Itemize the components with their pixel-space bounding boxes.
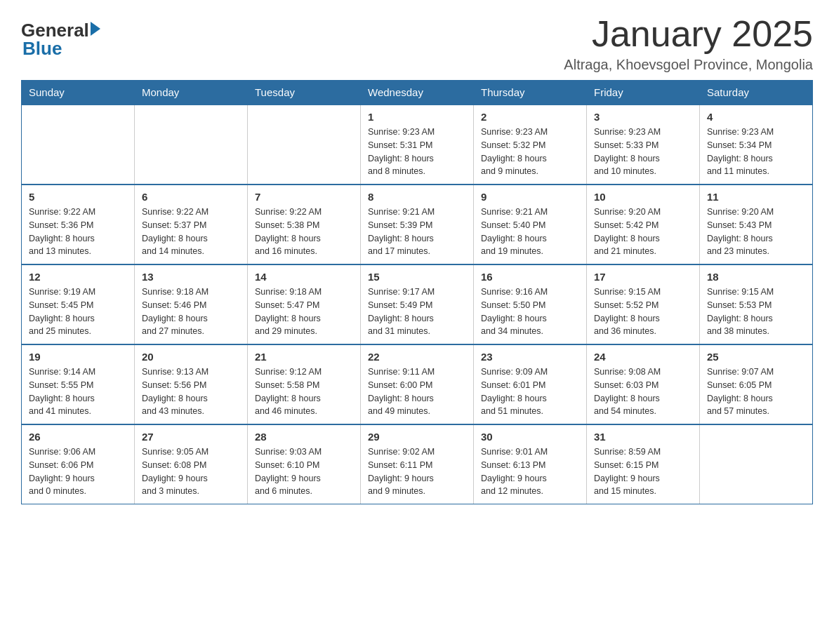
day-number: 29	[368, 431, 466, 443]
calendar-cell: 15Sunrise: 9:17 AM Sunset: 5:49 PM Dayli…	[361, 264, 474, 344]
day-info: Sunrise: 8:59 AM Sunset: 6:15 PM Dayligh…	[594, 445, 692, 498]
day-number: 27	[142, 431, 240, 443]
calendar-week-row: 19Sunrise: 9:14 AM Sunset: 5:55 PM Dayli…	[22, 344, 813, 424]
day-number: 19	[29, 351, 127, 363]
calendar-cell: 30Sunrise: 9:01 AM Sunset: 6:13 PM Dayli…	[474, 424, 587, 504]
calendar-cell: 8Sunrise: 9:21 AM Sunset: 5:39 PM Daylig…	[361, 185, 474, 264]
day-number: 18	[707, 271, 805, 283]
logo: General Blue	[21, 21, 100, 58]
day-number: 21	[255, 351, 353, 363]
calendar-cell: 6Sunrise: 9:22 AM Sunset: 5:37 PM Daylig…	[135, 185, 248, 264]
header-day-friday: Friday	[587, 81, 700, 105]
day-number: 10	[594, 191, 692, 203]
day-number: 28	[255, 431, 353, 443]
day-info: Sunrise: 9:19 AM Sunset: 5:45 PM Dayligh…	[29, 286, 127, 338]
day-number: 20	[142, 351, 240, 363]
day-number: 23	[481, 351, 579, 363]
calendar-cell: 3Sunrise: 9:23 AM Sunset: 5:33 PM Daylig…	[587, 105, 700, 185]
day-info: Sunrise: 9:07 AM Sunset: 6:05 PM Dayligh…	[707, 365, 805, 418]
day-info: Sunrise: 9:14 AM Sunset: 5:55 PM Dayligh…	[29, 365, 127, 418]
day-number: 25	[707, 351, 805, 363]
day-info: Sunrise: 9:08 AM Sunset: 6:03 PM Dayligh…	[594, 365, 692, 418]
calendar-cell: 2Sunrise: 9:23 AM Sunset: 5:32 PM Daylig…	[474, 105, 587, 185]
day-number: 3	[594, 111, 692, 123]
day-info: Sunrise: 9:23 AM Sunset: 5:31 PM Dayligh…	[368, 126, 466, 178]
calendar-table: SundayMondayTuesdayWednesdayThursdayFrid…	[21, 80, 813, 504]
day-info: Sunrise: 9:01 AM Sunset: 6:13 PM Dayligh…	[481, 445, 579, 498]
calendar-cell: 20Sunrise: 9:13 AM Sunset: 5:56 PM Dayli…	[135, 344, 248, 424]
day-info: Sunrise: 9:17 AM Sunset: 5:49 PM Dayligh…	[368, 286, 466, 338]
calendar-cell: 7Sunrise: 9:22 AM Sunset: 5:38 PM Daylig…	[248, 185, 361, 264]
header-day-wednesday: Wednesday	[361, 81, 474, 105]
calendar-cell: 23Sunrise: 9:09 AM Sunset: 6:01 PM Dayli…	[474, 344, 587, 424]
day-number: 31	[594, 431, 692, 443]
calendar-cell: 16Sunrise: 9:16 AM Sunset: 5:50 PM Dayli…	[474, 264, 587, 344]
calendar-cell: 31Sunrise: 8:59 AM Sunset: 6:15 PM Dayli…	[587, 424, 700, 504]
calendar-week-row: 26Sunrise: 9:06 AM Sunset: 6:06 PM Dayli…	[22, 424, 813, 504]
day-number: 22	[368, 351, 466, 363]
calendar-cell: 19Sunrise: 9:14 AM Sunset: 5:55 PM Dayli…	[22, 344, 135, 424]
calendar-cell: 21Sunrise: 9:12 AM Sunset: 5:58 PM Dayli…	[248, 344, 361, 424]
calendar-cell: 1Sunrise: 9:23 AM Sunset: 5:31 PM Daylig…	[361, 105, 474, 185]
day-info: Sunrise: 9:20 AM Sunset: 5:42 PM Dayligh…	[594, 206, 692, 258]
calendar-cell: 28Sunrise: 9:03 AM Sunset: 6:10 PM Dayli…	[248, 424, 361, 504]
calendar-cell: 27Sunrise: 9:05 AM Sunset: 6:08 PM Dayli…	[135, 424, 248, 504]
day-number: 8	[368, 191, 466, 203]
calendar-cell: 12Sunrise: 9:19 AM Sunset: 5:45 PM Dayli…	[22, 264, 135, 344]
day-number: 30	[481, 431, 579, 443]
calendar-header-row: SundayMondayTuesdayWednesdayThursdayFrid…	[22, 81, 813, 105]
calendar-cell: 9Sunrise: 9:21 AM Sunset: 5:40 PM Daylig…	[474, 185, 587, 264]
day-number: 24	[594, 351, 692, 363]
logo-blue-text: Blue	[22, 39, 100, 58]
day-info: Sunrise: 9:15 AM Sunset: 5:52 PM Dayligh…	[594, 286, 692, 338]
calendar-cell: 10Sunrise: 9:20 AM Sunset: 5:42 PM Dayli…	[587, 185, 700, 264]
day-number: 17	[594, 271, 692, 283]
calendar-cell	[248, 105, 361, 185]
day-number: 14	[255, 271, 353, 283]
day-number: 2	[481, 111, 579, 123]
calendar-cell: 26Sunrise: 9:06 AM Sunset: 6:06 PM Dayli…	[22, 424, 135, 504]
day-info: Sunrise: 9:23 AM Sunset: 5:34 PM Dayligh…	[707, 126, 805, 178]
title-section: January 2025 Altraga, Khoevsgoel Provinc…	[564, 14, 813, 73]
calendar-cell: 14Sunrise: 9:18 AM Sunset: 5:47 PM Dayli…	[248, 264, 361, 344]
calendar-cell: 5Sunrise: 9:22 AM Sunset: 5:36 PM Daylig…	[22, 185, 135, 264]
calendar-cell: 25Sunrise: 9:07 AM Sunset: 6:05 PM Dayli…	[700, 344, 813, 424]
calendar-week-row: 5Sunrise: 9:22 AM Sunset: 5:36 PM Daylig…	[22, 185, 813, 264]
day-info: Sunrise: 9:22 AM Sunset: 5:37 PM Dayligh…	[142, 206, 240, 258]
calendar-cell: 18Sunrise: 9:15 AM Sunset: 5:53 PM Dayli…	[700, 264, 813, 344]
day-info: Sunrise: 9:03 AM Sunset: 6:10 PM Dayligh…	[255, 445, 353, 498]
calendar-cell: 24Sunrise: 9:08 AM Sunset: 6:03 PM Dayli…	[587, 344, 700, 424]
header-day-thursday: Thursday	[474, 81, 587, 105]
day-number: 1	[368, 111, 466, 123]
day-info: Sunrise: 9:21 AM Sunset: 5:40 PM Dayligh…	[481, 206, 579, 258]
header-day-sunday: Sunday	[22, 81, 135, 105]
day-number: 15	[368, 271, 466, 283]
day-number: 11	[707, 191, 805, 203]
day-number: 6	[142, 191, 240, 203]
day-info: Sunrise: 9:12 AM Sunset: 5:58 PM Dayligh…	[255, 365, 353, 418]
calendar-cell: 17Sunrise: 9:15 AM Sunset: 5:52 PM Dayli…	[587, 264, 700, 344]
header-day-tuesday: Tuesday	[248, 81, 361, 105]
day-info: Sunrise: 9:18 AM Sunset: 5:47 PM Dayligh…	[255, 286, 353, 338]
day-number: 12	[29, 271, 127, 283]
logo-arrow-icon	[91, 22, 100, 36]
calendar-cell: 22Sunrise: 9:11 AM Sunset: 6:00 PM Dayli…	[361, 344, 474, 424]
calendar-cell	[700, 424, 813, 504]
calendar-cell: 13Sunrise: 9:18 AM Sunset: 5:46 PM Dayli…	[135, 264, 248, 344]
day-info: Sunrise: 9:11 AM Sunset: 6:00 PM Dayligh…	[368, 365, 466, 418]
page-title: January 2025	[564, 14, 813, 54]
header-day-monday: Monday	[135, 81, 248, 105]
day-info: Sunrise: 9:16 AM Sunset: 5:50 PM Dayligh…	[481, 286, 579, 338]
calendar-week-row: 1Sunrise: 9:23 AM Sunset: 5:31 PM Daylig…	[22, 105, 813, 185]
day-info: Sunrise: 9:05 AM Sunset: 6:08 PM Dayligh…	[142, 445, 240, 498]
calendar-cell: 4Sunrise: 9:23 AM Sunset: 5:34 PM Daylig…	[700, 105, 813, 185]
calendar-cell	[135, 105, 248, 185]
day-number: 16	[481, 271, 579, 283]
day-info: Sunrise: 9:02 AM Sunset: 6:11 PM Dayligh…	[368, 445, 466, 498]
day-number: 9	[481, 191, 579, 203]
day-info: Sunrise: 9:06 AM Sunset: 6:06 PM Dayligh…	[29, 445, 127, 498]
day-number: 4	[707, 111, 805, 123]
page-subtitle: Altraga, Khoevsgoel Province, Mongolia	[564, 57, 813, 73]
logo-general-text: General	[21, 21, 89, 39]
day-number: 26	[29, 431, 127, 443]
